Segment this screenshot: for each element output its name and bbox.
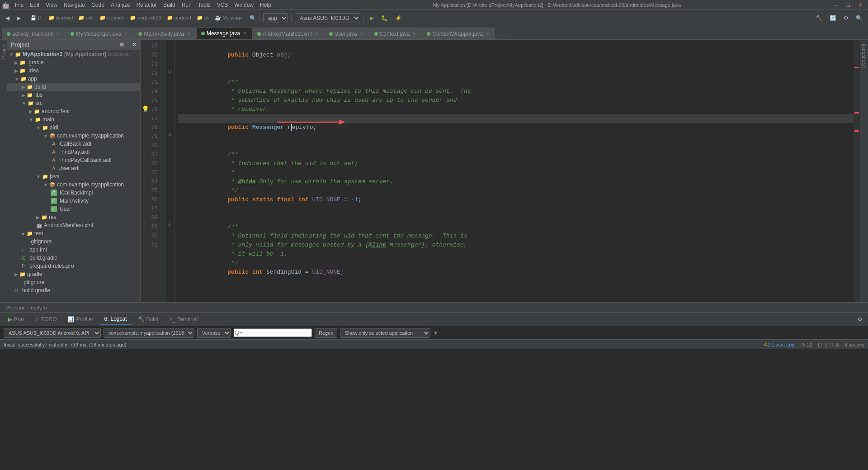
- maximize-button[interactable]: □: [843, 1, 854, 9]
- app-dropdown[interactable]: app: [263, 13, 288, 23]
- build-tab[interactable]: 🔨 Build: [133, 314, 163, 324]
- tab-close-3[interactable]: ✕: [242, 30, 247, 36]
- tree-androidmanifest-file[interactable]: 🤖 AndroidManifest.xml: [7, 221, 140, 229]
- run-tab[interactable]: ▶ Run: [4, 314, 28, 324]
- search-everywhere-button[interactable]: 🔍: [853, 14, 865, 23]
- code-lines[interactable]: public Object obj; /** * Optional Messen…: [175, 40, 860, 302]
- tree-icallback-aidl[interactable]: A ICallBack.aidl: [7, 140, 140, 148]
- profiler-tab[interactable]: 📊 Profiler: [63, 314, 98, 324]
- menu-view[interactable]: View: [43, 1, 60, 9]
- logcat-search-input[interactable]: [234, 328, 312, 337]
- tree-buildgradle-app[interactable]: G build.gradle: [7, 254, 140, 262]
- buildgradle-app-icon: G: [22, 255, 28, 261]
- terminal-tab[interactable]: >_ Terminal: [165, 314, 202, 324]
- tree-res[interactable]: ▶ 📁 res: [7, 213, 140, 221]
- tree-thridpaycallback-aidl[interactable]: A ThridPayCallBack.aidl: [7, 156, 140, 164]
- device-select[interactable]: ASUS ASUS_I003DD Android 9, API: [4, 328, 101, 338]
- menu-run[interactable]: Run: [179, 1, 194, 9]
- menu-refactor[interactable]: Refactor: [134, 1, 160, 9]
- error-indicator-1: [854, 67, 859, 68]
- tree-thridpay-aidl[interactable]: A ThridPay.aidl: [7, 148, 140, 156]
- type-messenger: Messenger: [252, 124, 288, 131]
- menu-edit[interactable]: Edit: [27, 1, 42, 9]
- back-button[interactable]: ◀: [3, 14, 12, 23]
- tree-build[interactable]: ▶ 📁 build: [7, 83, 140, 91]
- tree-user-aidl[interactable]: A User.aidl: [7, 164, 140, 172]
- tree-main[interactable]: ▼ 📁 main: [7, 115, 140, 123]
- close-button[interactable]: ✕: [854, 1, 866, 9]
- menu-build[interactable]: Build: [160, 1, 178, 9]
- build-button[interactable]: 🔨: [813, 14, 825, 23]
- profile-button[interactable]: ⚡: [392, 14, 405, 23]
- structure-icon[interactable]: Structure: [860, 40, 867, 71]
- sync-button[interactable]: 🔄: [827, 14, 839, 23]
- event-log-button[interactable]: 2 Event Log: [768, 342, 795, 347]
- tab-close-7[interactable]: ✕: [485, 31, 490, 37]
- tree-gitignore-root[interactable]: . .gitignore: [7, 278, 140, 286]
- minimize-button[interactable]: ─: [831, 1, 842, 9]
- tab-user[interactable]: User.java ✕: [324, 28, 369, 39]
- tree-aidl-pkg[interactable]: ▼ 📦 com.example.myapplication: [7, 132, 140, 140]
- package-select[interactable]: com.example.myapplication (1913: [104, 328, 194, 338]
- tab-close-0[interactable]: ✕: [55, 31, 61, 37]
- tree-user-class[interactable]: C User: [7, 205, 140, 213]
- tree-gitignore-app[interactable]: . .gitignore: [7, 237, 140, 246]
- tab-mainactivity[interactable]: MainActivity.java ✕: [133, 28, 196, 39]
- tab-androidmanifest[interactable]: AndroidManifest.xml ✕: [252, 28, 324, 39]
- tree-test[interactable]: ▶ 📁 test: [7, 229, 140, 237]
- code-editor[interactable]: 69 70 71 72 73 74 75 76 💡 77 78 79 80 81…: [141, 40, 860, 302]
- tree-gradle[interactable]: ▶ 📁 .gradle: [7, 58, 140, 66]
- tab-close-6[interactable]: ✕: [411, 31, 417, 37]
- tree-proguard[interactable]: P proguard-rules.pro: [7, 262, 140, 270]
- menu-help[interactable]: Help: [257, 1, 274, 9]
- tree-root[interactable]: ▼ 📁 MyApplication2 [My Application] D:/A…: [7, 50, 140, 58]
- regex-button[interactable]: Regex: [315, 328, 337, 338]
- menu-tools[interactable]: Tools: [195, 1, 213, 9]
- menu-vcs[interactable]: VCS: [214, 1, 231, 9]
- tree-libs[interactable]: ▶ 📁 libs: [7, 91, 140, 99]
- project-gear-icon[interactable]: ⚙: [119, 42, 124, 48]
- tree-java-pkg[interactable]: ▼ 📦 com.example.myapplication: [7, 180, 140, 189]
- project-collapse-icon[interactable]: ─: [126, 42, 130, 48]
- level-select[interactable]: Verbose: [197, 328, 231, 338]
- tree-app[interactable]: ▼ 📁 app: [7, 75, 140, 83]
- tree-java[interactable]: ▼ 📁 java: [7, 172, 140, 180]
- tree-idea[interactable]: ▶ 📁 .idea: [7, 66, 140, 75]
- tab-close-4[interactable]: ✕: [314, 31, 319, 37]
- line-85: 85: [141, 186, 161, 195]
- test-arrow: ▶: [22, 231, 25, 236]
- settings-button[interactable]: ⚙: [841, 14, 851, 23]
- tab-close-1[interactable]: ✕: [123, 31, 128, 37]
- tab-close-2[interactable]: ✕: [186, 31, 191, 37]
- forward-button[interactable]: ▶: [14, 14, 24, 23]
- device-dropdown[interactable]: Asus ASUS_I003DD: [295, 13, 360, 23]
- logcat-tab[interactable]: 6: Logcat: [99, 314, 131, 325]
- menu-analyze[interactable]: Analyze: [108, 1, 133, 9]
- show-only-select[interactable]: Show only selected application: [340, 328, 430, 338]
- tree-gradle-root[interactable]: ▶ 📁 gradle: [7, 270, 140, 278]
- settings-icon-bottom[interactable]: ⚙: [856, 314, 864, 324]
- todo-tab[interactable]: ✓ TODO: [30, 314, 61, 324]
- project-header: Project ⚙ ─ ✕: [7, 40, 140, 50]
- tab-contextwrapper[interactable]: ContextWrapper.java ✕: [422, 28, 495, 39]
- menu-navigate[interactable]: Navigate: [61, 1, 88, 9]
- tab-activity-main[interactable]: activity_main.xml ✕: [2, 28, 66, 39]
- tree-aidl[interactable]: ▼ 📁 aidl: [7, 123, 140, 132]
- project-settings-icon[interactable]: ✕: [132, 42, 137, 48]
- menu-file[interactable]: File: [12, 1, 26, 9]
- menu-window[interactable]: Window: [231, 1, 256, 9]
- tree-icallbackimpl[interactable]: C ICallBackImpl: [7, 189, 140, 197]
- debug-button[interactable]: 🐛: [378, 14, 391, 23]
- tree-buildgradle-root[interactable]: G build.gradle: [7, 286, 140, 294]
- tab-message[interactable]: Message.java ✕: [196, 28, 252, 39]
- tree-androidtest[interactable]: ▶ 📁 androidTest: [7, 107, 140, 115]
- tab-close-5[interactable]: ✕: [359, 31, 364, 37]
- project-side-label[interactable]: Project: [0, 42, 7, 61]
- tab-mymessenger[interactable]: MyMessenger.java ✕: [66, 28, 133, 39]
- tree-mainactivity[interactable]: C MainActivity: [7, 197, 140, 205]
- menu-code[interactable]: Code: [89, 1, 107, 9]
- run-button[interactable]: ▶: [367, 14, 377, 23]
- tree-appiml[interactable]: i app.iml: [7, 246, 140, 254]
- tab-context[interactable]: Context.java ✕: [369, 28, 422, 39]
- tree-src[interactable]: ▼ 📁 src: [7, 99, 140, 107]
